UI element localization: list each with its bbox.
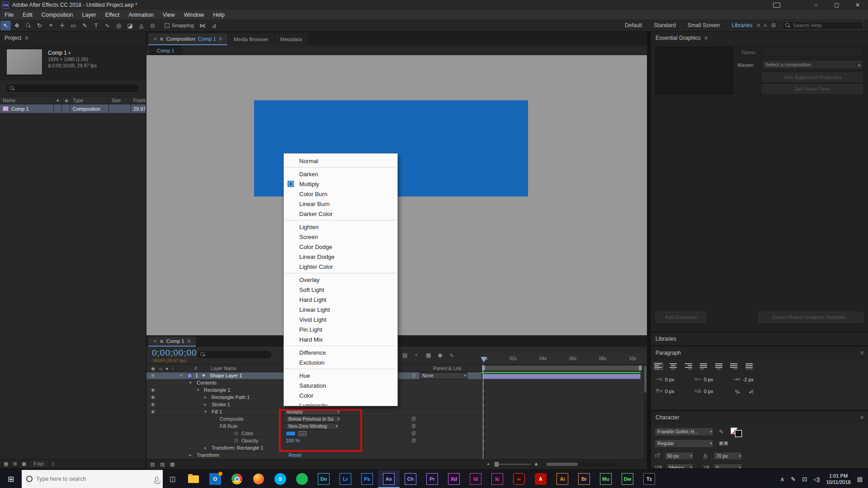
current-time-display[interactable]: 0;00;00;00 bbox=[152, 348, 197, 358]
taskbar-incopy[interactable]: Ic bbox=[486, 470, 508, 488]
twirl-right-icon[interactable]: ▸ bbox=[204, 395, 207, 399]
twirl-right-icon[interactable]: ▸ bbox=[204, 402, 207, 407]
taskbar-search[interactable] bbox=[22, 470, 163, 488]
libraries-header[interactable]: Libraries bbox=[651, 333, 868, 345]
panel-grid-icon[interactable]: ⊞ bbox=[771, 22, 776, 28]
pen-tool-icon[interactable]: ✎ bbox=[80, 21, 90, 30]
visibility-eye-icon[interactable]: ◉ bbox=[151, 394, 155, 399]
kerning-dropdown[interactable]: Metrics bbox=[666, 464, 693, 468]
property-label[interactable]: Fill 1 bbox=[212, 409, 222, 414]
workspace-default[interactable]: Default bbox=[625, 22, 642, 28]
menu-item-pin-light[interactable]: Pin Light bbox=[284, 324, 397, 334]
color-pickwhip-icon[interactable]: → bbox=[298, 431, 307, 436]
menu-item-luminosity[interactable]: Luminosity bbox=[284, 400, 397, 406]
taskbar-search-input[interactable] bbox=[36, 476, 151, 482]
space-after-value[interactable]: 0 px bbox=[704, 389, 713, 394]
draft-3d-icon[interactable]: ▤ bbox=[402, 352, 407, 358]
align-center-icon[interactable] bbox=[670, 363, 677, 369]
pickwhip-icon[interactable]: @ bbox=[411, 438, 416, 443]
visibility-eye-icon[interactable]: ◉ bbox=[151, 402, 155, 407]
close-button[interactable]: ✕ bbox=[847, 0, 868, 10]
work-area-bar[interactable] bbox=[481, 365, 642, 371]
motion-blur-icon[interactable]: ◉ bbox=[438, 352, 442, 358]
leading-dropdown[interactable]: 70 px bbox=[713, 452, 742, 460]
menu-item-linear-dodge[interactable]: Linear Dodge bbox=[284, 252, 397, 262]
twirl-right-icon[interactable]: ▸ bbox=[189, 453, 192, 457]
menu-composition[interactable]: Composition bbox=[37, 12, 77, 18]
panel-menu-icon[interactable]: ≡ bbox=[860, 414, 863, 421]
selection-tool-icon[interactable]: ↖ bbox=[0, 21, 11, 30]
property-label[interactable]: Contents bbox=[197, 380, 217, 385]
close-tab-icon[interactable]: × bbox=[154, 36, 157, 42]
menu-item-hard-light[interactable]: Hard Light bbox=[284, 295, 397, 305]
blend-mode-dropdown[interactable]: Multiply bbox=[284, 408, 341, 415]
menu-item-hue[interactable]: Hue bbox=[284, 371, 397, 380]
workspace-menu-icon[interactable]: ≡ bbox=[757, 22, 760, 28]
panel-menu-icon[interactable]: ≡ bbox=[704, 35, 708, 41]
panel-menu-icon[interactable]: ≡ bbox=[860, 350, 863, 356]
menu-item-normal[interactable]: Normal bbox=[284, 156, 397, 166]
tab-metadata[interactable]: Metadata bbox=[275, 33, 307, 45]
bit-depth-button[interactable]: 8 bpc bbox=[31, 461, 47, 467]
parent-pickwhip-icon[interactable]: @ bbox=[411, 373, 416, 378]
reset-link[interactable]: Reset bbox=[288, 452, 302, 458]
property-row-transform[interactable]: ▸ Transform Reset bbox=[146, 452, 481, 459]
twirl-down-icon[interactable]: ▾ bbox=[204, 409, 207, 414]
indent-left-field[interactable]: ⇀≡0 px bbox=[656, 376, 674, 382]
menu-window[interactable]: Window bbox=[179, 12, 208, 18]
project-row-comp-1[interactable]: Comp 1 Composition 29.97 bbox=[0, 104, 146, 113]
space-before-field[interactable]: ⇈≡0 px bbox=[656, 388, 674, 394]
expand-layer-switches-icon[interactable]: ▧ bbox=[150, 461, 155, 467]
space-after-field[interactable]: ≡⇊0 px bbox=[694, 388, 713, 394]
taskbar-chrome[interactable] bbox=[226, 470, 248, 488]
help-search-input[interactable] bbox=[793, 23, 856, 28]
network-icon[interactable]: ⊡ bbox=[802, 476, 807, 483]
visibility-eye-icon[interactable]: ◉ bbox=[151, 409, 155, 414]
hide-shy-layers-icon[interactable]: ◔ bbox=[414, 352, 417, 358]
pickwhip-icon[interactable]: @ bbox=[411, 423, 416, 428]
fill-rule-dropdown[interactable]: Non-Zero Winding bbox=[286, 423, 339, 430]
timeline-vertical-scrollbar[interactable] bbox=[644, 365, 647, 460]
taskbar-file-explorer[interactable] bbox=[183, 470, 204, 488]
menu-item-lighten[interactable]: Lighten bbox=[284, 222, 397, 232]
property-label[interactable]: Stroke 1 bbox=[212, 402, 230, 407]
help-search[interactable] bbox=[782, 21, 863, 30]
workspace-small-screen[interactable]: Small Screen bbox=[688, 22, 720, 28]
snap-option-2-icon[interactable]: ⊿ bbox=[209, 21, 219, 30]
graph-editor-icon[interactable]: ∿ bbox=[449, 352, 454, 358]
taskbar-outlook[interactable]: O bbox=[204, 470, 226, 488]
property-label[interactable]: Transform bbox=[197, 452, 219, 458]
tab-media-browser[interactable]: Media Browser bbox=[228, 33, 274, 45]
zoom-tool-icon[interactable] bbox=[23, 21, 33, 30]
brush-tool-icon[interactable]: ∿ bbox=[102, 21, 113, 30]
menu-item-hard-mix[interactable]: Hard Mix bbox=[284, 334, 397, 344]
panel-menu-icon[interactable]: ≡ bbox=[187, 338, 190, 344]
start-button[interactable]: ⊞ bbox=[0, 470, 22, 488]
camera-tool-icon[interactable]: ⌖ bbox=[46, 21, 56, 30]
project-search[interactable] bbox=[5, 84, 140, 93]
taskbar-tz[interactable]: Tz bbox=[638, 470, 660, 488]
rotation-tool-icon[interactable]: ↻ bbox=[34, 21, 45, 30]
taskbar-illustrator[interactable]: Ai bbox=[552, 470, 573, 488]
taskbar-bridge[interactable]: Br bbox=[573, 470, 595, 488]
justify-last-left-icon[interactable] bbox=[700, 363, 708, 369]
text-direction-ltr-icon[interactable]: ¶▸ bbox=[735, 389, 740, 395]
twirl-down-icon[interactable]: ▾ bbox=[189, 380, 192, 385]
property-label[interactable]: Rectangle Path 1 bbox=[212, 394, 250, 400]
first-line-indent-field[interactable]: ⇥≡-2 px bbox=[733, 376, 754, 382]
menu-item-color[interactable]: Color bbox=[284, 390, 397, 400]
twirl-down-icon[interactable]: ▾ bbox=[197, 388, 199, 392]
tracking-dropdown[interactable]: 0 bbox=[713, 464, 742, 468]
menu-item-overlay[interactable]: Overlay bbox=[284, 275, 397, 285]
microphone-icon[interactable] bbox=[155, 477, 158, 482]
eraser-tool-icon[interactable]: ◪ bbox=[125, 21, 135, 30]
menu-item-color-burn[interactable]: Color Burn bbox=[284, 189, 397, 199]
project-search-input[interactable] bbox=[17, 85, 117, 91]
property-label[interactable]: Rectangle 1 bbox=[204, 387, 231, 393]
timeline-search[interactable] bbox=[196, 350, 272, 359]
menu-item-darken[interactable]: Darken bbox=[284, 169, 397, 179]
panel-menu-icon[interactable]: ≡ bbox=[219, 36, 222, 42]
pan-behind-tool-icon[interactable]: ✛ bbox=[57, 21, 67, 30]
roto-brush-tool-icon[interactable]: ◬ bbox=[136, 21, 146, 30]
panel-menu-icon[interactable]: ≡ bbox=[25, 35, 28, 41]
